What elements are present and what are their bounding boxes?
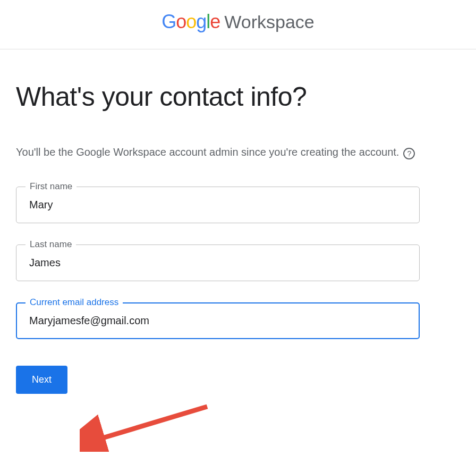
workspace-text: Workspace (224, 12, 314, 32)
email-input[interactable] (16, 302, 420, 339)
main-content: What's your contact info? You'll be the … (0, 49, 436, 410)
next-button[interactable]: Next (16, 366, 67, 394)
svg-line-1 (96, 407, 207, 440)
subtitle: You'll be the Google Workspace account a… (16, 144, 420, 160)
contact-form: First name Last name Current email addre… (16, 187, 420, 394)
google-logo: Google (162, 11, 220, 33)
google-workspace-logo: Google Workspace (162, 11, 314, 33)
email-field-group: Current email address (16, 302, 420, 339)
email-label: Current email address (26, 297, 123, 308)
last-name-field-group: Last name (16, 244, 420, 281)
last-name-label: Last name (26, 239, 76, 250)
help-icon[interactable]: ? (403, 148, 415, 159)
last-name-input[interactable] (16, 244, 420, 281)
first-name-field-group: First name (16, 187, 420, 223)
first-name-input[interactable] (16, 187, 420, 223)
subtitle-text: You'll be the Google Workspace account a… (16, 144, 399, 160)
page-title: What's your contact info? (16, 81, 420, 112)
first-name-label: First name (26, 181, 76, 192)
header: Google Workspace (0, 0, 476, 49)
